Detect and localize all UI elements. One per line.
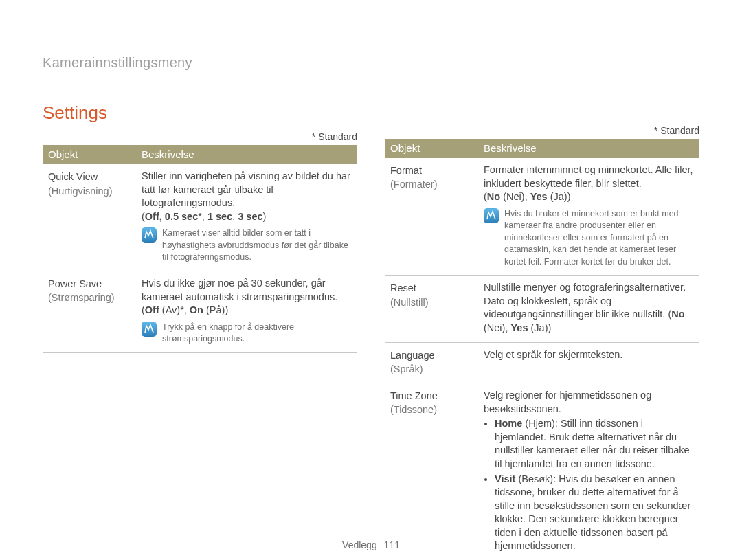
settings-table-right: Objekt Beskrivelse Format (Formater) For… — [385, 139, 699, 560]
obj-sub: (Språk) — [390, 362, 473, 376]
section-title: Settings — [43, 101, 357, 125]
obj-sub: (Formater) — [390, 177, 473, 191]
settings-table-left: Objekt Beskrivelse Quick View (Hurtigvis… — [43, 145, 357, 353]
desc-text: Velg et språk for skjermteksten. — [484, 349, 622, 360]
desc-text: Nullstille menyer og fotograferingsalter… — [484, 282, 686, 333]
table-row: Reset (Nullstill) Nullstille menyer og f… — [385, 276, 699, 342]
obj-sub: (Tidssone) — [390, 403, 473, 416]
tz-intro: Velg regioner for hjemmetidssonen og bes… — [484, 390, 651, 414]
running-head: Kamerainnstillingsmeny — [43, 54, 699, 72]
opt-rest: , 0.5 sec*, 1 sec, 3 sec — [159, 211, 263, 222]
right-column: * Standard Objekt Beskrivelse Format (Fo… — [385, 72, 699, 560]
note-text: Kameraet viser alltid bilder som er tatt… — [162, 227, 352, 264]
page-footer: Vedlegg 111 — [0, 539, 742, 552]
table-row: Quick View (Hurtigvisning) Stiller inn v… — [43, 164, 357, 271]
content-columns: Settings * Standard Objekt Beskrivelse Q… — [43, 72, 699, 560]
standard-note-left: * Standard — [43, 131, 357, 144]
table-row: Power Save (Strømsparing) Hvis du ikke g… — [43, 271, 357, 352]
obj-sub: (Hurtigvisning) — [48, 184, 131, 198]
note-icon — [142, 227, 157, 243]
table-row: Language (Språk) Velg et språk for skjer… — [385, 342, 699, 383]
th-beskrivelse: Beskrivelse — [478, 139, 699, 158]
desc-options: (Off (Av)*, On (På)) — [142, 304, 228, 315]
list-item: Home (Hjem): Still inn tidssonen i hjeml… — [495, 417, 694, 471]
desc-text: Formater internminnet og minnekortet. Al… — [484, 164, 693, 189]
th-objekt: Objekt — [385, 139, 478, 158]
page-number: 111 — [384, 539, 400, 550]
obj-main: Reset — [390, 281, 473, 295]
th-beskrivelse: Beskrivelse — [136, 145, 357, 164]
footer-label: Vedlegg — [342, 539, 377, 550]
obj-sub: (Nullstill) — [390, 297, 429, 308]
note-box: Trykk på en knapp for å deaktivere strøm… — [142, 322, 352, 346]
obj-main: Time Zone — [390, 389, 473, 403]
tz-list: Home (Hjem): Still inn tidssonen i hjeml… — [484, 417, 694, 553]
left-column: Settings * Standard Objekt Beskrivelse Q… — [43, 72, 357, 560]
opt-bold: Off — [145, 211, 159, 222]
obj-main: Format — [390, 164, 473, 177]
table-row: Time Zone (Tidssone) Velg regioner for h… — [385, 383, 699, 560]
note-text: Hvis du bruker et minnekort som er brukt… — [504, 208, 694, 269]
note-box: Kameraet viser alltid bilder som er tatt… — [142, 227, 352, 264]
standard-note-right: * Standard — [385, 124, 699, 137]
th-objekt: Objekt — [43, 145, 136, 164]
table-row: Format (Formater) Formater internminnet … — [385, 158, 699, 276]
desc-options: (No (Nei), Yes (Ja)) — [484, 191, 571, 202]
obj-sub: (Strømsparing) — [48, 291, 131, 304]
desc-text: Hvis du ikke gjør noe på 30 sekunder, gå… — [142, 278, 337, 302]
note-box: Hvis du bruker et minnekort som er brukt… — [484, 208, 694, 269]
obj-main: Language — [390, 348, 473, 362]
note-text: Trykk på en knapp for å deaktivere strøm… — [162, 322, 352, 346]
note-icon — [142, 322, 157, 337]
obj-main: Quick View — [48, 170, 131, 183]
note-icon — [484, 208, 499, 223]
page: Kamerainnstillingsmeny Settings * Standa… — [0, 0, 742, 560]
obj-main: Power Save — [48, 277, 131, 291]
desc-text: Stiller inn varigheten på visning av bil… — [142, 170, 350, 208]
